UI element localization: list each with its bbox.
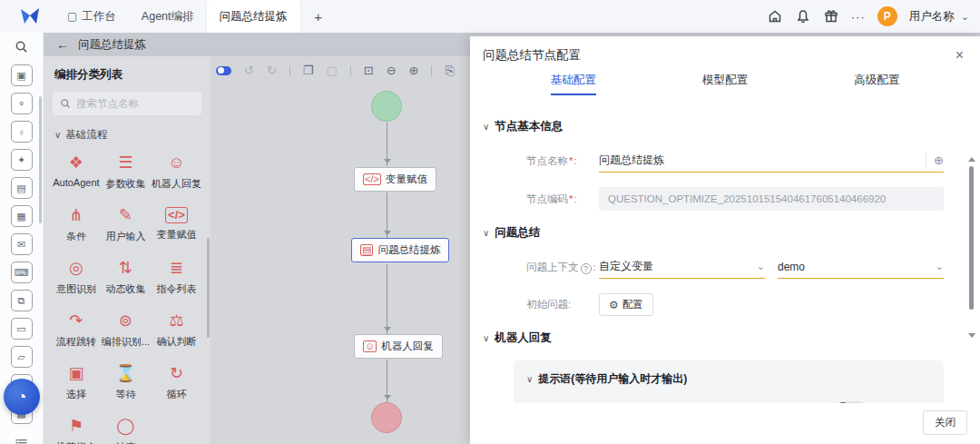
notifications-bell-icon[interactable] [795, 8, 811, 25]
globe-icon[interactable]: ⊕ [926, 153, 944, 167]
required-marker: * [569, 193, 573, 204]
gear-icon: ⚙ [609, 299, 619, 311]
scroll-down-icon[interactable] [968, 333, 975, 338]
condition-icon: ⋔ [69, 205, 83, 225]
canvas-mode-toggle[interactable] [216, 66, 231, 75]
tab-agent-orchestration[interactable]: Agent编排 [129, 0, 207, 33]
required-marker: * [569, 155, 573, 166]
rail-search-icon[interactable] [11, 40, 33, 54]
orchestrate-recognize-icon: ⊚ [119, 311, 132, 331]
close-button[interactable]: 关闭 [923, 410, 967, 435]
rail-app-icon-7[interactable]: ✉ [11, 233, 33, 255]
palette-node-condition[interactable]: ⋔ 条件 [53, 205, 100, 243]
palette-node-wait[interactable]: ⌛ 等待 [102, 363, 150, 401]
sync-link[interactable]: ⟳ 同步 [740, 402, 773, 404]
user-name[interactable]: 用户名称 [909, 9, 955, 25]
configure-button[interactable]: ⚙ 配置 [599, 293, 653, 316]
palette-node-user-input[interactable]: ✎ 用户输入 [102, 205, 150, 243]
app-logo-icon [18, 5, 42, 27]
toggle-knob [837, 402, 849, 403]
zoom-out-icon[interactable]: ⊖ [387, 64, 397, 76]
section-node-basic-info[interactable]: ∨ 节点基本信息 [483, 119, 944, 134]
help-icon[interactable]: ? [581, 263, 592, 274]
zoom-in-icon[interactable]: ⊕ [409, 64, 419, 76]
paste-icon[interactable]: ▢ [326, 64, 337, 76]
palette-node-variable-assign[interactable]: </> 变量赋值 [152, 205, 201, 243]
palette-node-dynamic-collect[interactable]: ⇅ 动态收集 [102, 258, 150, 296]
toolbar-divider [431, 65, 432, 76]
palette-node-intent-recognize[interactable]: ◎ 意图识别 [53, 258, 100, 296]
scrollbar-thumb[interactable] [969, 166, 974, 310]
flow-start-node[interactable] [371, 91, 402, 122]
palette-search-input[interactable] [76, 98, 185, 109]
tab-basic-config[interactable]: 基础配置 [497, 73, 649, 103]
assistant-widget[interactable]: ◔ [4, 379, 40, 415]
redo-icon[interactable]: ↻ [267, 64, 277, 76]
flow-edge [387, 123, 387, 166]
user-avatar[interactable]: P [877, 6, 897, 26]
rail-app-icon-5[interactable]: ▤ [11, 177, 33, 199]
rail-app-icon-1[interactable]: ▣ [11, 64, 33, 86]
palette-node-select[interactable]: ▣ 选择 [53, 363, 100, 401]
palette-node-autoagent[interactable]: ❖ AutoAgent [53, 153, 100, 191]
insert-parameter-link[interactable]: ≡ 插入参数 [879, 402, 931, 404]
tab-workspace[interactable]: ▢ 工作台 [54, 0, 129, 33]
back-button-icon[interactable]: ← [56, 37, 69, 52]
gift-icon[interactable] [823, 8, 839, 25]
undo-icon[interactable]: ↺ [244, 64, 254, 76]
palette-node-flow-jump[interactable]: ↷ 流程跳转 [53, 311, 100, 349]
scroll-up-icon[interactable] [968, 157, 975, 162]
palette-search-box[interactable] [53, 92, 201, 115]
palette-node-end[interactable]: ◯ 结束 [102, 416, 150, 444]
more-menu-icon[interactable]: ··· [851, 10, 866, 24]
flow-node-variable-assign[interactable]: </> 变量赋值 [354, 167, 436, 192]
palette-node-recommend-command[interactable]: ⚑ 推荐指令 [53, 416, 100, 444]
tab-current-flow[interactable]: 问题总结提炼 [207, 0, 300, 33]
rail-app-icon-9[interactable]: ⧉ [11, 290, 33, 311]
prompt-title[interactable]: ∨ 提示语(等待用户输入时才输出) [526, 371, 931, 387]
main-area: ▣ ⚬ ♁ ✦ ▤ ▦ ✉ ⌨ ⧉ ▭ ▱ ✎ ▩ ≔ ◔ [0, 33, 980, 444]
rail-app-icon-10[interactable]: ▭ [11, 318, 33, 340]
rail-app-icon-14[interactable]: ≔ [11, 430, 33, 444]
rail-app-icon-6[interactable]: ▦ [11, 205, 33, 227]
home-icon[interactable] [767, 8, 783, 25]
chevron-down-icon: ⌄ [757, 261, 765, 272]
section-question-summary[interactable]: ∨ 问题总结 [483, 225, 944, 241]
rail-app-icon-2[interactable]: ⚬ [11, 93, 33, 114]
close-icon[interactable]: × [956, 48, 964, 63]
context-type-select[interactable]: 自定义变量 ⌄ [599, 255, 765, 279]
flow-end-node[interactable] [371, 402, 402, 433]
palette-node-command-list[interactable]: ≣ 指令列表 [152, 258, 201, 296]
export-icon[interactable]: ⎘ [445, 64, 454, 76]
config-scrollbar[interactable] [966, 157, 977, 338]
context-variable-select[interactable]: demo ⌄ [778, 255, 944, 279]
node-name-input[interactable] [599, 154, 926, 167]
palette-node-loop[interactable]: ↻ 循环 [152, 363, 201, 401]
fit-view-icon[interactable]: ⊡ [364, 64, 374, 76]
copy-icon[interactable]: ❐ [303, 64, 314, 76]
node-name-field[interactable]: ⊕ [599, 149, 944, 173]
rail-app-icon-3[interactable]: ♁ [11, 121, 33, 143]
flow-jump-icon: ↷ [69, 311, 83, 331]
palette-group-basic[interactable]: ∨ 基础流程 [54, 128, 201, 142]
command-list-icon: ≣ [170, 258, 183, 278]
rail-app-icon-4[interactable]: ✦ [11, 149, 33, 171]
tab-current-label: 问题总结提炼 [220, 9, 288, 25]
user-menu-chevron-icon[interactable]: ⌄ [961, 11, 969, 23]
palette-search-icon [60, 98, 71, 109]
palette-node-param-collect[interactable]: ☰ 参数收集 [102, 153, 150, 191]
flow-node-bot-reply[interactable]: ☺ 机器人回复 [354, 334, 443, 359]
rail-scrollbar[interactable] [39, 96, 42, 223]
rail-app-icon-11[interactable]: ▱ [11, 346, 33, 368]
stream-output-toggle[interactable] [836, 401, 867, 403]
section-bot-reply[interactable]: ∨ 机器人回复 [483, 331, 944, 346]
rail-app-icon-8[interactable]: ⌨ [11, 261, 33, 283]
tab-model-config[interactable]: 模型配置 [649, 73, 800, 103]
palette-scrollbar[interactable] [207, 238, 210, 338]
palette-node-bot-reply[interactable]: ☺ 机器人回复 [152, 153, 201, 191]
new-tab-button[interactable]: + [306, 5, 331, 27]
tab-advanced-config[interactable]: 高级配置 [801, 73, 953, 103]
flow-node-question-summary[interactable]: ▤ 问题总结提炼 [351, 238, 449, 262]
palette-node-confirm-judge[interactable]: ⚖ 确认判断 [152, 311, 201, 349]
palette-node-orchestrate-recognize[interactable]: ⊚ 编排识别... [102, 311, 150, 349]
